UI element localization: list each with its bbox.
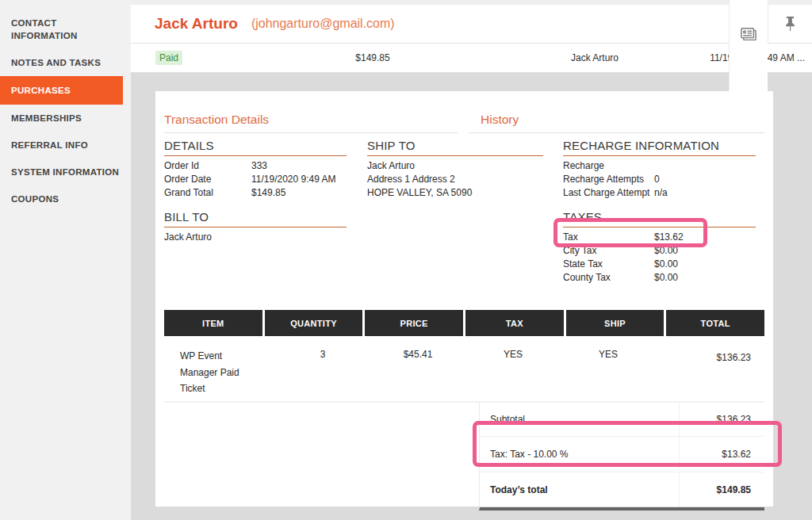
column-header-total: TOTAL	[666, 310, 764, 336]
recharge-label: Recharge Attempts	[563, 173, 654, 186]
tax-label: Tax	[563, 231, 654, 244]
ship-to-section: SHIP TO Jack Arturo Address 1 Address 2 …	[367, 139, 543, 201]
item-name-cell: WP Event Manager Paid Ticket	[164, 336, 275, 401]
sidebar-item-notes-and-tasks[interactable]: NOTES AND TASKS	[0, 49, 131, 76]
detail-label: Order Id	[164, 159, 251, 173]
tax-total-row: Tax: Tax - 10.00 % $13.62	[480, 437, 764, 472]
totals-table: Subtotal $136.23 Tax: Tax - 10.00 % $13.…	[479, 403, 764, 510]
item-price-cell: $45.41	[370, 336, 465, 401]
column-header-price: PRICE	[365, 310, 463, 336]
purchases-page: CONTACT INFORMATION NOTES AND TASKS PURC…	[0, 0, 812, 520]
purchase-amount-cell: $149.85	[242, 52, 504, 63]
item-row: WP Event Manager Paid Ticket 3 $45.41 YE…	[164, 336, 764, 403]
detail-value: 11/19/2020 9:49 AM	[251, 173, 336, 186]
tax-value: $0.00	[654, 244, 678, 258]
subtotal-label: Subtotal	[480, 414, 679, 425]
tax-label: State Tax	[563, 258, 654, 271]
grand-total-row: Today’s total $149.85	[480, 472, 764, 507]
sidebar-item-coupons[interactable]: COUPONS	[0, 185, 131, 212]
column-header-ship: SHIP	[566, 310, 665, 336]
pin-icon	[784, 16, 796, 32]
ship-to-line: Jack Arturo	[367, 159, 543, 173]
detail-label: Order Date	[164, 173, 251, 186]
purchase-customer-cell: Jack Arturo	[504, 52, 686, 63]
tax-label: City Tax	[563, 244, 654, 258]
recharge-row: Recharge Attempts 0	[563, 173, 756, 186]
bill-to-line: Jack Arturo	[164, 231, 347, 244]
items-table: ITEM QUANTITY PRICE TAX SHIP TOTAL WP Ev…	[164, 310, 764, 403]
contact-header: Jack Arturo (johngarturo@gmail.com)	[131, 5, 812, 44]
recharge-label: Last Charge Attempt	[563, 186, 654, 200]
tax-row: State Tax $0.00	[563, 258, 756, 271]
transaction-card: Transaction Details History DETAILS Orde…	[155, 91, 773, 507]
detail-row: Grand Total $149.85	[164, 186, 347, 200]
item-quantity-cell: 3	[275, 336, 370, 401]
item-tax-cell: YES	[465, 336, 561, 401]
sidebar: CONTACT INFORMATION NOTES AND TASKS PURC…	[0, 0, 131, 520]
sidebar-item-memberships[interactable]: MEMBERSHIPS	[0, 105, 131, 132]
detail-label: Grand Total	[164, 186, 251, 200]
sidebar-item-contact-information[interactable]: CONTACT INFORMATION	[0, 10, 131, 49]
detail-sections: DETAILS Order Id 333 Order Date 11/19/20…	[164, 139, 764, 294]
item-name: WP Event Manager Paid Ticket	[180, 348, 253, 397]
main-area: Jack Arturo (johngarturo@gmail.com)	[131, 0, 812, 520]
sidebar-item-purchases[interactable]: PURCHASES	[0, 76, 123, 105]
ship-to-line: HOPE VALLEY, SA 5090	[367, 186, 543, 200]
content-background: Transaction Details History DETAILS Orde…	[131, 73, 812, 520]
details-heading: DETAILS	[164, 139, 347, 156]
recharge-row: Last Charge Attempt n/a	[563, 186, 756, 200]
recharge-label: Recharge	[563, 159, 654, 173]
tax-row: City Tax $0.00	[563, 244, 756, 258]
column-header-tax: TAX	[465, 310, 564, 336]
column-header-quantity: QUANTITY	[265, 310, 363, 336]
taxes-section: TAXES Tax $13.62 City Tax $0.00 State Ta…	[563, 210, 756, 285]
contact-email: (johngarturo@gmail.com)	[251, 17, 395, 31]
sidebar-item-referral-info[interactable]: REFERRAL INFO	[0, 132, 131, 159]
detail-value: $149.85	[251, 186, 285, 200]
status-badge: Paid	[155, 51, 182, 65]
items-table-header: ITEM QUANTITY PRICE TAX SHIP TOTAL	[164, 310, 764, 336]
purchase-status-cell: Paid	[131, 51, 242, 65]
bill-to-heading: BILL TO	[164, 210, 347, 228]
tax-value: $0.00	[654, 271, 678, 285]
sidebar-item-system-information[interactable]: SYSTEM INFORMATION	[0, 159, 131, 185]
grand-total-label: Today’s total	[480, 484, 679, 495]
bill-to-section: BILL TO Jack Arturo	[164, 210, 347, 244]
ship-to-heading: SHIP TO	[367, 139, 543, 156]
contact-name: Jack Arturo	[155, 15, 238, 32]
detail-row: Order Date 11/19/2020 9:49 AM	[164, 173, 347, 186]
tax-row: County Tax $0.00	[563, 271, 756, 285]
item-total-cell: $136.23	[656, 336, 764, 401]
tax-value: $0.00	[654, 258, 678, 271]
tax-label: County Tax	[563, 271, 654, 285]
tab-history[interactable]: History	[469, 113, 764, 133]
detail-row: Order Id 333	[164, 159, 347, 173]
ship-to-line: Address 1 Address 2	[367, 173, 543, 186]
recharge-value: 0	[654, 173, 660, 186]
subtotal-row: Subtotal $136.23	[480, 403, 764, 437]
purchase-list-row[interactable]: Paid $149.85 Jack Arturo 11/19/2020 9:49…	[131, 44, 812, 73]
recharge-section: RECHARGE INFORMATION Recharge Recharge A…	[563, 139, 756, 201]
recharge-heading: RECHARGE INFORMATION	[563, 139, 756, 156]
contact-card-icon	[740, 27, 757, 43]
tab-transaction-details[interactable]: Transaction Details	[164, 113, 458, 133]
grand-total-value: $149.85	[679, 473, 764, 507]
column-header-item: ITEM	[164, 310, 262, 336]
details-section: DETAILS Order Id 333 Order Date 11/19/20…	[164, 139, 347, 201]
item-ship-cell: YES	[561, 336, 656, 401]
recharge-value: n/a	[654, 186, 668, 200]
tax-total-value: $13.62	[679, 438, 764, 471]
pin-button[interactable]	[768, 5, 812, 44]
recharge-row: Recharge	[563, 159, 756, 173]
tab-bar: Transaction Details History	[164, 113, 764, 133]
tax-total-label: Tax: Tax - 10.00 %	[480, 449, 679, 460]
subtotal-value: $136.23	[679, 403, 764, 436]
tax-value: $13.62	[654, 231, 684, 244]
tax-row: Tax $13.62	[563, 231, 756, 244]
detail-value: 333	[251, 159, 267, 173]
taxes-heading: TAXES	[563, 210, 756, 228]
